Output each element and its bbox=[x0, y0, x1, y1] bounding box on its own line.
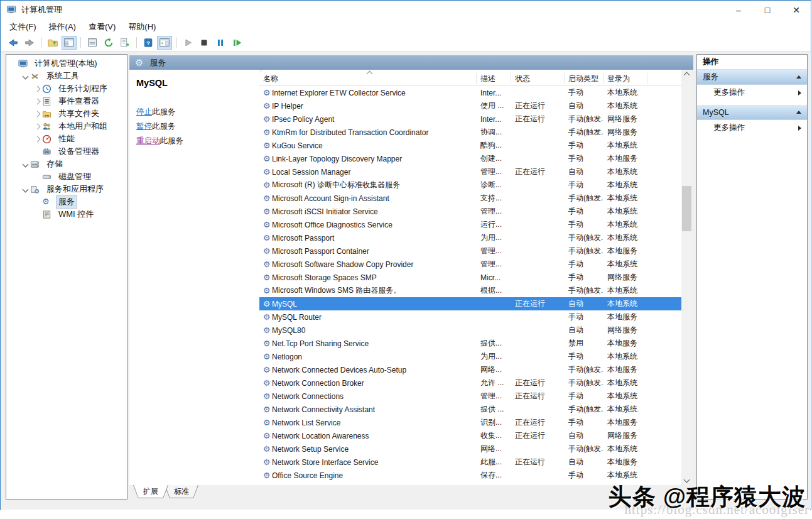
expander-closed-icon[interactable] bbox=[33, 99, 42, 104]
collapse-icon[interactable] bbox=[796, 75, 801, 79]
service-logon-as: 本地系统 bbox=[604, 140, 647, 151]
properties-icon[interactable] bbox=[85, 36, 100, 50]
collapse-icon[interactable] bbox=[796, 111, 801, 114]
column-header-1[interactable]: 描述 bbox=[477, 73, 511, 84]
service-row[interactable]: ⚙IPsec Policy AgentInter...正在运行手动(触发...网… bbox=[259, 112, 681, 126]
menu-help[interactable]: 帮助(H) bbox=[122, 19, 162, 35]
tree-item-tools[interactable]: 系统工具 bbox=[6, 70, 127, 82]
service-control-link[interactable]: 暂停 bbox=[136, 122, 152, 131]
service-row[interactable]: ⚙Office Source Engine保存...手动本地系统 bbox=[259, 469, 681, 482]
tree-item-sharedfolder[interactable]: 共享文件夹 bbox=[6, 107, 127, 120]
restart-service-icon[interactable] bbox=[229, 36, 244, 50]
console-tree-toggle-icon[interactable] bbox=[62, 36, 77, 50]
refresh-icon[interactable] bbox=[101, 36, 116, 50]
actions-section-services[interactable]: 服务 bbox=[697, 70, 807, 85]
actions-section-mysql[interactable]: MySQL bbox=[697, 105, 807, 120]
service-row[interactable]: ⚙Net.Tcp Port Sharing Service提供...禁用本地服务 bbox=[259, 337, 681, 350]
service-row[interactable]: ⚙Network Store Interface Service此服...正在运… bbox=[259, 456, 681, 469]
service-row[interactable]: ⚙Microsoft Passport Container管理...手动(触发.… bbox=[259, 244, 681, 258]
service-row[interactable]: ⚙Network Connectivity Assistant提供 ...手动(… bbox=[259, 403, 681, 416]
service-name: MySQL80 bbox=[272, 326, 477, 335]
service-row[interactable]: ⚙Network List Service识别...正在运行手动本地服务 bbox=[259, 416, 681, 429]
service-row[interactable]: ⚙Network Connections管理...正在运行手动本地系统 bbox=[259, 390, 681, 403]
more-actions-services[interactable]: 更多操作 bbox=[697, 85, 807, 101]
service-status: 正在运行 bbox=[511, 114, 565, 124]
menu-file[interactable]: 文件(F) bbox=[3, 19, 43, 35]
column-header-2[interactable]: 状态 bbox=[511, 73, 565, 84]
pause-service-icon[interactable] bbox=[213, 36, 228, 50]
tree-item-disk[interactable]: 磁盘管理 bbox=[6, 170, 127, 183]
tab-standard[interactable]: 标准 bbox=[165, 485, 198, 498]
service-row[interactable]: ⚙Network Setup Service网络...手动(触发...本地系统 bbox=[259, 442, 681, 456]
more-actions-mysql[interactable]: 更多操作 bbox=[697, 120, 807, 136]
service-row[interactable]: ⚙Microsoft (R) 诊断中心标准收集器服务诊断...手动本地系统 bbox=[259, 178, 681, 192]
service-row[interactable]: ⚙MySQL正在运行自动本地系统 bbox=[259, 297, 681, 310]
service-row[interactable]: ⚙Microsoft Windows SMS 路由器服务。根据...手动(触发.… bbox=[259, 284, 681, 297]
expander-closed-icon[interactable] bbox=[33, 137, 42, 141]
service-row[interactable]: ⚙Netlogon为用...手动本地系统 bbox=[259, 350, 681, 363]
column-header-3[interactable]: 启动类型 bbox=[565, 73, 604, 84]
export-list-icon[interactable] bbox=[117, 36, 133, 50]
service-row[interactable]: ⚙MySQL80自动网络服务 bbox=[259, 324, 681, 337]
service-control-link[interactable]: 停止 bbox=[136, 107, 152, 116]
tab-extended[interactable]: 扩展 bbox=[133, 485, 168, 498]
service-row[interactable]: ⚙Link-Layer Topology Discovery Mapper创建.… bbox=[259, 152, 681, 165]
tree-item-device[interactable]: 设备管理器 bbox=[6, 145, 127, 158]
service-row[interactable]: ⚙Microsoft Storage Spaces SMPMicr...手动网络… bbox=[259, 271, 681, 284]
tree-item-services-apps[interactable]: 服务和应用程序 bbox=[6, 183, 127, 195]
expander-closed-icon[interactable] bbox=[33, 87, 42, 91]
forward-icon[interactable] bbox=[22, 36, 37, 50]
service-row[interactable]: ⚙KuGou Service酷狗...手动本地系统 bbox=[259, 139, 681, 152]
service-row[interactable]: ⚙Microsoft Office Diagnostics Service运行.… bbox=[259, 218, 681, 231]
service-row[interactable]: ⚙Network Connection Broker允许 ...正在运行手动(触… bbox=[259, 376, 681, 390]
help-icon[interactable]: ? bbox=[141, 36, 156, 50]
service-row[interactable]: ⚙IP Helper使用 ...正在运行自动本地系统 bbox=[259, 99, 681, 112]
service-row[interactable]: ⚙Network Connected Devices Auto-Setup网络.… bbox=[259, 363, 681, 376]
tree-item-gear[interactable]: ⚙服务 bbox=[6, 195, 127, 208]
service-row[interactable]: ⚙Internet Explorer ETW Collector Service… bbox=[259, 86, 681, 99]
start-service-icon[interactable] bbox=[180, 36, 195, 50]
expander-open-icon[interactable] bbox=[21, 187, 30, 192]
menu-view[interactable]: 查看(V) bbox=[82, 19, 122, 35]
list-scrollbar[interactable] bbox=[681, 70, 692, 485]
service-logon-as: 本地系统 bbox=[604, 378, 647, 388]
back-icon[interactable] bbox=[6, 36, 21, 50]
service-row[interactable]: ⚙KtmRm for Distributed Transaction Coord… bbox=[259, 126, 681, 139]
service-name: Local Session Manager bbox=[272, 168, 477, 177]
close-button[interactable]: ✕ bbox=[782, 1, 811, 19]
expander-closed-icon[interactable] bbox=[33, 112, 42, 116]
minimize-button[interactable]: – bbox=[724, 1, 753, 19]
expander-closed-icon[interactable] bbox=[33, 124, 42, 129]
menu-action[interactable]: 操作(A) bbox=[43, 19, 82, 35]
expander-open-icon[interactable] bbox=[21, 162, 30, 167]
service-row[interactable]: ⚙Microsoft Passport为用...手动(触发...本地系统 bbox=[259, 231, 681, 244]
scrollbar-thumb[interactable] bbox=[682, 186, 691, 231]
tree-item-computer[interactable]: 计算机管理(本地) bbox=[6, 57, 127, 70]
service-restart-link[interactable]: 重启动 bbox=[136, 136, 160, 145]
service-logon-as: 本地系统 bbox=[604, 193, 647, 204]
service-row[interactable]: ⚙Microsoft Software Shadow Copy Provider… bbox=[259, 258, 681, 271]
service-row[interactable]: ⚙Network Location Awareness收集...正在运行自动网络… bbox=[259, 429, 681, 442]
service-row[interactable]: ⚙Local Session Manager管理...正在运行自动本地系统 bbox=[259, 165, 681, 178]
folder-up-icon[interactable] bbox=[45, 36, 60, 50]
service-description: 为用... bbox=[477, 351, 511, 362]
column-header-4[interactable]: 登录为 bbox=[604, 73, 647, 84]
tree-item-label: WMI 控件 bbox=[56, 207, 96, 221]
expander-open-icon[interactable] bbox=[21, 74, 30, 79]
service-row[interactable]: ⚙Microsoft iSCSI Initiator Service管理...手… bbox=[259, 205, 681, 218]
tree-item-users[interactable]: 本地用户和组 bbox=[6, 120, 127, 133]
tree-item-eventlog[interactable]: 事件查看器 bbox=[6, 95, 127, 107]
service-gear-icon: ⚙ bbox=[261, 194, 272, 203]
service-row[interactable]: ⚙MySQL Router手动本地服务 bbox=[259, 310, 681, 324]
service-startup-type: 自动 bbox=[565, 457, 604, 467]
maximize-button[interactable]: □ bbox=[753, 1, 782, 19]
tree-item-clock[interactable]: 任务计划程序 bbox=[6, 82, 127, 95]
stop-service-icon[interactable] bbox=[197, 36, 212, 50]
scroll-up-icon[interactable] bbox=[681, 70, 692, 80]
service-row[interactable]: ⚙Microsoft Account Sign-in Assistant支持..… bbox=[259, 192, 681, 205]
action-pane-toggle-icon[interactable] bbox=[157, 36, 172, 50]
tree-item-label: 共享文件夹 bbox=[56, 107, 102, 121]
tree-item-performance[interactable]: 性能 bbox=[6, 133, 127, 145]
tree-item-wmi[interactable]: WMI 控件 bbox=[6, 208, 127, 221]
tree-item-storage[interactable]: 存储 bbox=[6, 158, 127, 170]
